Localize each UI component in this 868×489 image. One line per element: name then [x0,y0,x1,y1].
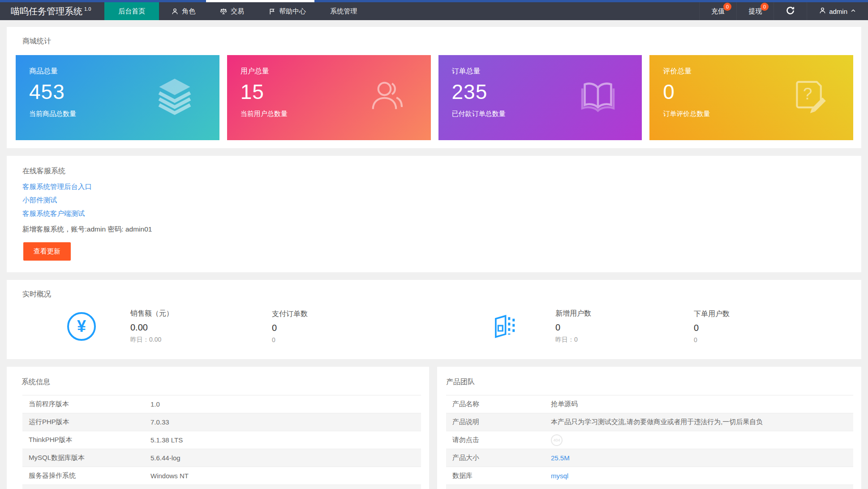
stat-sub: 0 [272,336,406,343]
do-not-click-badge[interactable]: 404 [551,434,563,446]
stat-label: 下单用户数 [694,309,730,319]
tab-system-settings-label: 系统管理 [330,7,357,16]
users-icon [366,76,408,119]
realtime-overview-panel: 实时概况 ¥ 销售额（元） 0.00 昨日：0.00 支付订单数 0 0 [7,280,861,359]
stat-sub: 昨日：0 [555,336,694,344]
shop-stats-panel: 商城统计 商品总量 453 当前商品总数量 用户总量 15 当前 [7,27,861,148]
card-label: 用户总量 [241,67,431,76]
card-total-reviews: 评价总量 0 订单评价总数量 ? [649,55,853,140]
navbar-right: 充值 0 提现 0 admin [699,2,868,20]
refresh-button[interactable] [773,2,807,20]
row-value: 1.0 [144,395,421,413]
table-row: 产品名称 抢单源码 [446,395,853,413]
service-account-note: 新增客服系统，账号:admin 密码: admin01 [22,225,852,234]
user-icon [171,8,179,15]
table-row: 请勿点击 404 [446,431,853,449]
tab-trade[interactable]: 交易 [207,2,256,20]
database-link[interactable]: mysql [551,472,568,480]
stat-value: 0.00 [130,322,272,333]
row-label: MySQL数据库版本 [22,449,144,467]
shop-stats-heading: 商城统计 [22,37,853,46]
table-row: 当前程序版本 1.0 [22,395,421,413]
table-row: 数据库 mysql [446,467,853,485]
user-icon [819,7,826,16]
row-value: 5.1.38 LTS [144,431,421,449]
stat-value: 0 [555,322,694,333]
row-label: 运行PHP版本 [22,413,144,431]
row-label: 请勿点击 [446,431,545,449]
row-label: WEB运行环境 [22,485,144,489]
recharge-count-badge: 0 [723,3,731,11]
table-row: 服务器操作系统 Windows NT [22,467,421,485]
app-title-text: 喵呜任务管理系统 [11,5,82,17]
open-book-icon [577,76,619,119]
product-team-heading: 产品团队 [446,377,853,387]
stat-label: 销售额（元） [130,309,272,318]
recharge-button[interactable]: 充值 0 [699,2,736,20]
stat-ordering-users: 下单用户数 0 0 [694,309,730,343]
service-client-test-link[interactable]: 客服系统客户端测试 [22,209,85,219]
refresh-icon [786,6,795,17]
card-label: 订单总量 [452,67,642,76]
tab-home[interactable]: 后台首页 [104,2,159,20]
row-label: 当前程序版本 [22,395,144,413]
yen-symbol: ¥ [77,317,86,336]
withdraw-button[interactable]: 提现 0 [736,2,773,20]
stat-paid-orders: 支付订单数 0 0 [272,309,406,343]
system-info-panel: 系统信息 当前程序版本 1.0 运行PHP版本 7.0.33 ThinkPHP版… [7,367,429,489]
user-menu[interactable]: admin [807,2,868,20]
app-title: 喵呜任务管理系统 1.0 [0,2,104,20]
row-label: 产品名称 [446,395,545,413]
check-update-button[interactable]: 查看更新 [23,242,71,261]
chevron-up-icon [850,8,856,15]
realtime-heading: 实时概况 [22,290,852,299]
withdraw-label: 提现 [748,7,762,16]
recharge-label: 充值 [711,7,725,16]
top-navbar: 喵呜任务管理系统 1.0 后台首页 角色 交易 [0,2,868,20]
tab-help-center[interactable]: 帮助中心 [256,2,318,20]
tab-roles-label: 角色 [182,7,195,16]
note-question-pencil-icon: ? [789,76,830,119]
row-value: 5.6.44-log [144,449,421,467]
stat-label: 新增用户数 [555,309,694,318]
customer-service-panel: 在线客服系统 客服系统管理后台入口 小部件测试 客服系统客户端测试 新增客服系统… [7,156,861,272]
stat-cards-row: 商品总量 453 当前商品总数量 用户总量 15 当前用户总数量 [16,55,853,140]
table-row: 产品说明 本产品只为学习测试交流,请勿要做商业或者用于违法行为,一切后果自负 [446,413,853,431]
stat-label: 支付订单数 [272,309,406,319]
row-value: 抢单源码 [545,395,853,413]
main-content: 商城统计 商品总量 453 当前商品总数量 用户总量 15 当前 [0,20,868,489]
username: admin [829,8,847,15]
system-info-heading: 系统信息 [21,377,421,387]
table-row: 产品大小 25.5M [446,449,853,467]
stat-value: 0 [272,323,406,333]
card-total-users: 用户总量 15 当前用户总数量 [227,55,431,140]
bottom-panels-row: 系统信息 当前程序版本 1.0 运行PHP版本 7.0.33 ThinkPHP版… [7,367,861,489]
stat-value: 0 [694,323,730,333]
flag-icon [268,8,276,15]
card-total-products: 商品总量 453 当前商品总数量 [16,55,219,140]
tab-roles[interactable]: 角色 [159,2,207,20]
row-value: 本产品只为学习测试交流,请勿要做商业或者用于违法行为,一切后果自负 [545,413,853,431]
row-label: 产品大小 [446,449,545,467]
tab-trade-label: 交易 [231,7,244,16]
stat-sales-amount: 销售额（元） 0.00 昨日：0.00 [130,309,272,344]
row-label: ThinkPHP版本 [22,431,144,449]
tab-system-settings[interactable]: 系统管理 [318,2,369,20]
widget-test-link[interactable]: 小部件测试 [22,196,57,205]
customer-service-heading: 在线客服系统 [22,167,852,176]
product-size-link[interactable]: 25.5M [551,454,570,462]
card-total-orders: 订单总量 235 已付款订单总数量 [438,55,642,140]
card-label: 评价总量 [663,67,853,76]
row-label: 服务器操作系统 [22,467,144,485]
table-row: 运行PHP版本 7.0.33 [22,413,421,431]
row-value: 7.0.33 [144,413,421,431]
top-progress-segment [206,0,314,2]
row-value: Windows NT [144,467,421,485]
stat-sub: 0 [694,336,730,343]
stat-sub: 昨日：0.00 [130,336,272,344]
service-admin-entry-link[interactable]: 客服系统管理后台入口 [22,182,92,192]
system-info-table: 当前程序版本 1.0 运行PHP版本 7.0.33 ThinkPHP版本 5.1… [22,395,421,489]
row-label: 版本 [446,485,545,489]
product-team-table: 产品名称 抢单源码 产品说明 本产品只为学习测试交流,请勿要做商业或者用于违法行… [446,395,853,489]
door-panel-icon [490,313,518,339]
